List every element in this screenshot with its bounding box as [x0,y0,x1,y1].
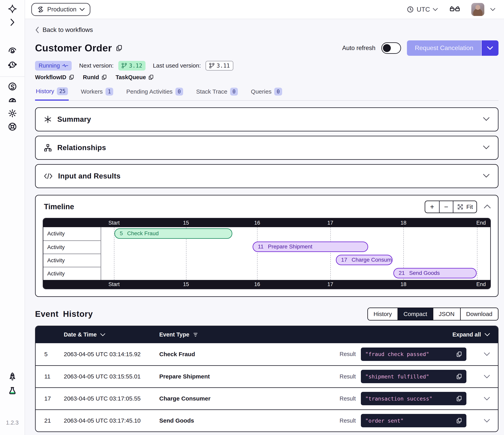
tab-pending-activities[interactable]: Pending Activities 0 [126,86,184,100]
row-expand-chevron-icon[interactable] [484,375,490,379]
row-expand-chevron-icon[interactable] [484,352,490,356]
result-value: "order sent" [365,418,404,424]
copy-result-button[interactable] [456,351,462,357]
cancel-options-caret[interactable] [481,40,498,56]
event-timestamp: 2063-04-05 UTC 03:17:45.10 [64,417,159,424]
event-history-table-header: Date & Time Event Type Expand all [36,326,498,343]
copy-workflow-id-button[interactable] [69,74,74,80]
summary-section[interactable]: Summary [35,107,498,131]
fit-icon [457,204,464,210]
view-json-button[interactable]: JSON [433,308,460,320]
relationships-section[interactable]: Relationships [35,136,498,160]
row-expand-chevron-icon[interactable] [484,397,490,400]
zoom-in-button[interactable]: + [425,201,439,213]
rocket-icon[interactable] [8,372,17,381]
date-time-label: Date & Time [64,331,97,338]
main-content: Back to workflows Customer Order Auto re… [25,19,504,435]
request-cancelation-button[interactable]: Request Cancelation [407,40,498,56]
copy-run-id-button[interactable] [101,74,107,80]
copy-result-button[interactable] [456,373,462,379]
status-label: Running [39,63,60,69]
copy-title-button[interactable] [116,45,122,51]
bar-label: Prepare Shipment [268,243,312,250]
sort-chevron-icon [100,333,105,336]
input-results-section[interactable]: Input and Results [35,164,498,188]
event-type: Prepare Shipment [159,373,340,380]
auto-refresh-toggle[interactable] [381,42,401,54]
tab-label: Workers [81,88,103,95]
timeline-row-labels: Activity Activity Activity Activity [43,227,101,280]
copy-result-button[interactable] [456,396,462,401]
temporal-logo-icon[interactable] [8,4,17,13]
tab-history[interactable]: History 25 [35,86,69,101]
axis-tick: Start [108,220,120,226]
section-title: Summary [57,115,91,123]
fit-button[interactable]: Fit [453,201,477,213]
copy-result-button[interactable] [456,418,462,424]
tab-label: Stack Trace [196,88,227,95]
result-label: Result [340,417,356,424]
event-row-prepare-shipment[interactable]: 11 2063-04-05 UTC 03:15:55.01 Prepare Sh… [36,365,498,387]
usage-icon[interactable] [8,95,17,104]
sidebar-expand-icon[interactable] [8,18,17,27]
view-history-button[interactable]: History [368,308,397,320]
avatar[interactable] [471,3,484,16]
row-expand-chevron-icon[interactable] [484,419,490,423]
user-menu-chevron-icon[interactable] [490,8,495,11]
task-queue-label: TaskQueue [116,74,146,81]
timezone-label: UTC [417,6,430,13]
timeline-bar-check-fraud[interactable]: 5 Check Fraud [114,228,232,239]
axis-tick: 17 [327,281,333,287]
event-row-charge-consumer[interactable]: 17 2063-04-05 UTC 03:17:05.55 Charge Con… [36,387,498,409]
app-version: 1.2.3 [6,419,19,426]
event-type-label: Event Type [159,331,189,338]
bar-event-id: 5 [120,230,123,237]
row-label-activity: Activity [43,227,101,240]
labs-flask-icon[interactable] [8,386,17,395]
workflows-icon[interactable] [8,46,17,55]
event-type-column-header: Event Type [159,331,452,338]
timeline-bar-prepare-shipment[interactable]: 11 Prepare Shipment [252,241,368,252]
view-compact-button[interactable]: Compact [397,308,433,320]
event-row-check-fraud[interactable]: 5 2063-04-05 UTC 03:14:15.92 Check Fraud… [36,343,498,365]
timeline-collapse-chevron-icon[interactable] [484,204,491,209]
tab-queries[interactable]: Queries 0 [250,86,283,100]
event-row-send-goods[interactable]: 21 2063-04-05 UTC 03:17:45.10 Send Goods… [36,409,498,431]
namespace-icon [37,6,44,13]
settings-gear-icon[interactable] [8,109,17,118]
schedules-icon[interactable] [8,60,17,69]
support-icon[interactable] [8,122,17,131]
event-timestamp: 2063-04-05 UTC 03:17:05.55 [64,395,159,402]
request-cancelation-label[interactable]: Request Cancelation [407,40,481,56]
copy-task-queue-button[interactable] [148,74,154,80]
chevron-down-icon[interactable] [483,174,490,178]
timeline-card: Timeline + − Fit [35,195,498,297]
event-history-title: Event History [35,309,93,319]
nexus-icon[interactable] [8,82,17,91]
dev-mode-glasses-icon[interactable] [450,6,460,13]
section-title: Relationships [57,144,106,152]
pulse-icon [62,64,68,67]
axis-tick: 16 [254,220,260,226]
expand-all-button[interactable]: Expand all [452,331,490,338]
filter-icon[interactable] [193,332,198,337]
view-download-button[interactable]: Download [460,308,498,320]
back-to-workflows-link[interactable]: Back to workflows [35,26,93,34]
chevron-down-icon[interactable] [483,117,490,122]
event-id: 5 [44,351,64,358]
timeline-bar-charge-consumer[interactable]: 17 Charge Consumer [336,255,393,265]
date-time-column-header[interactable]: Date & Time [64,331,159,338]
tab-workers[interactable]: Workers 1 [80,86,114,100]
timezone-selector[interactable]: UTC [407,6,438,13]
namespace-selector[interactable]: Production [31,3,90,16]
result-label: Result [340,373,356,380]
fit-label: Fit [466,204,473,210]
task-queue-item: TaskQueue [116,74,154,81]
result-chip: "fraud check passed" [361,348,466,361]
chevron-down-icon[interactable] [483,145,490,150]
timeline-bar-send-goods[interactable]: 21 Send Goods [393,268,477,278]
tab-stack-trace[interactable]: Stack Trace 0 [195,86,239,100]
next-version-value: 3.12 [129,63,142,69]
zoom-out-button[interactable]: − [439,201,453,213]
next-version-label: Next version: [79,62,114,69]
